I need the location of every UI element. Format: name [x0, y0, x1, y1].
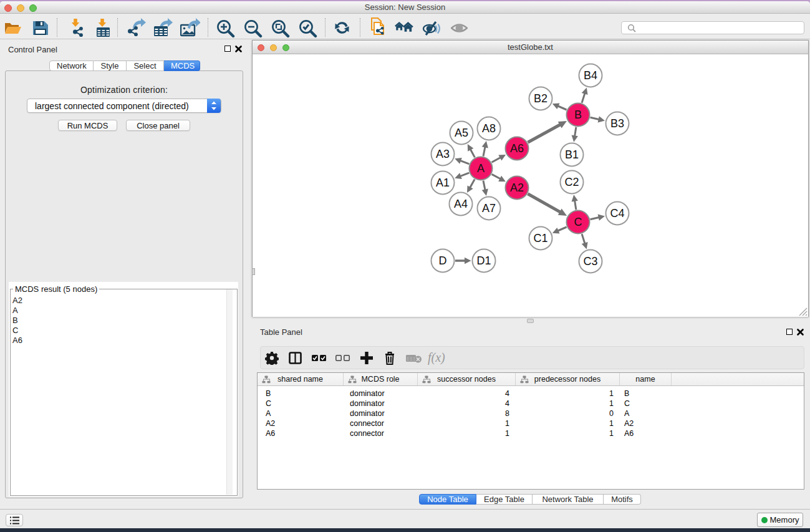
svg-text:B3: B3 — [610, 117, 624, 130]
svg-text:D1: D1 — [476, 254, 491, 267]
svg-text:A2: A2 — [510, 181, 524, 194]
svg-text:D: D — [439, 254, 447, 267]
svg-text:A8: A8 — [482, 122, 496, 135]
svg-text:B: B — [574, 109, 582, 121]
svg-text:C1: C1 — [533, 232, 547, 244]
svg-text:B1: B1 — [565, 148, 579, 161]
svg-text:A1: A1 — [436, 177, 450, 189]
svg-text:A4: A4 — [454, 198, 468, 210]
svg-text:A7: A7 — [482, 202, 496, 215]
svg-text:A: A — [477, 162, 485, 175]
svg-text:C4: C4 — [610, 207, 624, 220]
svg-text:A5: A5 — [455, 127, 468, 139]
svg-text:A6: A6 — [510, 142, 524, 155]
svg-text:B2: B2 — [534, 92, 547, 105]
svg-text:B4: B4 — [584, 69, 597, 82]
svg-text:C2: C2 — [564, 176, 579, 188]
svg-text:C: C — [574, 216, 582, 228]
svg-text:C3: C3 — [583, 255, 597, 268]
svg-text:A3: A3 — [436, 148, 450, 160]
